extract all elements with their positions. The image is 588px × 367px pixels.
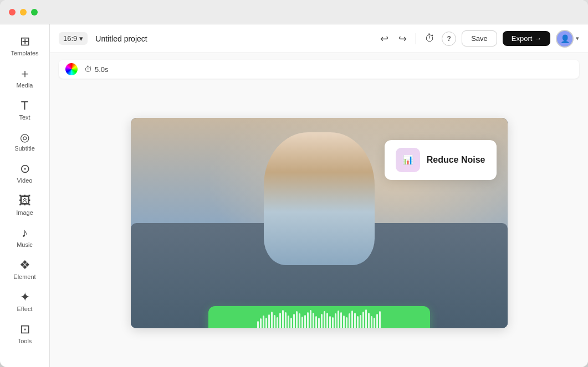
- waveform-bar: [265, 318, 267, 328]
- waveform-bar: [263, 316, 264, 328]
- waveform-bar: [271, 312, 273, 328]
- waveform-bar: [321, 314, 323, 328]
- sidebar-item-label-element: Element: [13, 273, 35, 280]
- sidebar-item-label-video: Video: [17, 177, 33, 184]
- waveform-bar: [310, 310, 311, 328]
- canvas-frame: 📊 Reduce Noise: [59, 85, 579, 360]
- reduce-noise-label: Reduce Noise: [427, 155, 485, 165]
- app-body: ⊞ Templates ＋ Media T Text ◎ Subtitle ⊙ …: [0, 24, 588, 367]
- waveform-bar: [340, 312, 342, 328]
- waveform-bar: [301, 317, 303, 328]
- waveform-bar: [335, 313, 336, 328]
- ratio-chevron: ▾: [79, 34, 83, 43]
- waveform-bar: [326, 313, 328, 328]
- duration-icon: ⏱: [84, 65, 92, 74]
- waveform-bar: [318, 318, 320, 328]
- sidebar-item-label-music: Music: [17, 241, 33, 248]
- app-window: ⊞ Templates ＋ Media T Text ◎ Subtitle ⊙ …: [0, 0, 588, 367]
- sidebar-item-media[interactable]: ＋ Media: [4, 63, 46, 93]
- waveform-bar: [357, 316, 359, 328]
- audio-waveform[interactable]: [208, 306, 430, 328]
- reduce-noise-popup[interactable]: 📊 Reduce Noise: [385, 140, 497, 180]
- waveform-bar: [324, 311, 325, 328]
- waveform-bar: [368, 313, 370, 328]
- sidebar-item-label-media: Media: [17, 82, 33, 89]
- waveform-bar: [313, 313, 314, 328]
- sidebar-item-label-tools: Tools: [18, 338, 32, 344]
- effect-icon: ✦: [20, 291, 30, 303]
- waveform-bar: [285, 312, 287, 328]
- sub-toolbar: ⏱ 5.0s: [59, 60, 579, 79]
- waveform-bar: [351, 311, 353, 328]
- save-button[interactable]: Save: [462, 30, 497, 46]
- sidebar-item-label-text: Text: [19, 114, 30, 121]
- waveform-bar: [282, 310, 284, 328]
- sidebar-item-element[interactable]: ❖ Element: [4, 255, 46, 285]
- waveform-bar: [315, 316, 317, 328]
- waveform-bar: [296, 311, 298, 328]
- media-icon: ＋: [19, 68, 31, 80]
- sidebar-item-label-effect: Effect: [17, 306, 33, 312]
- waveform-bar: [304, 315, 306, 328]
- waveform-bar: [338, 311, 339, 328]
- waveform-bar: [288, 316, 289, 328]
- waveform-bar: [290, 318, 292, 328]
- avatar[interactable]: 👤: [556, 30, 574, 48]
- avatar-icon: 👤: [560, 34, 570, 43]
- sidebar-item-video[interactable]: ⊙ Video: [4, 158, 46, 188]
- toolbar-divider: [416, 33, 416, 44]
- waveform-bar: [343, 316, 345, 328]
- undo-button[interactable]: ↩: [377, 30, 392, 47]
- help-button[interactable]: ?: [442, 32, 456, 46]
- sidebar-item-label-templates: Templates: [11, 50, 38, 56]
- waveform-bar: [354, 313, 356, 328]
- sidebar-item-image[interactable]: 🖼 Image: [4, 190, 46, 220]
- duration-value: 5.0s: [95, 65, 109, 74]
- close-button[interactable]: [9, 9, 16, 15]
- waveform-bar: [362, 312, 364, 328]
- titlebar: [0, 0, 588, 24]
- text-icon: T: [21, 100, 28, 112]
- waveform-bar: [371, 316, 372, 328]
- waveform-bar: [346, 317, 347, 328]
- waveform-bar: [374, 318, 375, 328]
- sidebar-item-subtitle[interactable]: ◎ Subtitle: [4, 127, 46, 156]
- waveform-bar: [257, 321, 259, 328]
- noise-icon-background: 📊: [396, 148, 420, 172]
- sidebar-item-effect[interactable]: ✦ Effect: [4, 287, 46, 317]
- redo-button[interactable]: ↪: [395, 30, 410, 47]
- toolbar-icons: ↩ ↪ ⏱ ?: [377, 30, 456, 47]
- waveform-bar: [268, 314, 270, 328]
- sidebar-item-label-image: Image: [16, 209, 33, 216]
- color-wheel[interactable]: [65, 63, 78, 75]
- music-icon: ♪: [22, 227, 28, 239]
- waveform-bar: [293, 314, 295, 328]
- sidebar-item-tools[interactable]: ⊡ Tools: [4, 319, 46, 349]
- canvas-area: ⏱ 5.0s: [50, 53, 588, 367]
- waveform-bar: [329, 316, 331, 328]
- waveform-bar: [365, 309, 367, 328]
- sidebar-item-text[interactable]: T Text: [4, 95, 46, 125]
- subtitle-icon: ◎: [20, 132, 29, 143]
- waveform-bar: [379, 311, 381, 328]
- sidebar-item-templates[interactable]: ⊞ Templates: [4, 31, 46, 61]
- video-icon: ⊙: [20, 163, 30, 175]
- main-area: 16:9 ▾ Untitled project ↩ ↪ ⏱ ? Save Exp…: [50, 24, 588, 367]
- image-icon: 🖼: [19, 195, 31, 207]
- export-button[interactable]: Export →: [503, 31, 550, 46]
- avatar-dropdown[interactable]: 👤 ▾: [556, 30, 579, 48]
- person-element: [264, 132, 375, 265]
- waveform-bar: [307, 312, 309, 328]
- sidebar-item-music[interactable]: ♪ Music: [4, 223, 46, 252]
- sidebar-item-label-subtitle: Subtitle: [14, 145, 35, 152]
- minimize-button[interactable]: [20, 9, 27, 15]
- duration-badge[interactable]: ⏱ 5.0s: [84, 65, 109, 74]
- waveform-bar: [279, 313, 281, 328]
- project-title[interactable]: Untitled project: [95, 34, 147, 43]
- waveform-bar: [349, 313, 350, 328]
- ratio-selector[interactable]: 16:9 ▾: [59, 32, 88, 45]
- maximize-button[interactable]: [31, 9, 38, 15]
- element-icon: ❖: [19, 259, 30, 271]
- timer-button[interactable]: ⏱: [422, 30, 438, 46]
- waveform-bars-icon: 📊: [402, 154, 413, 165]
